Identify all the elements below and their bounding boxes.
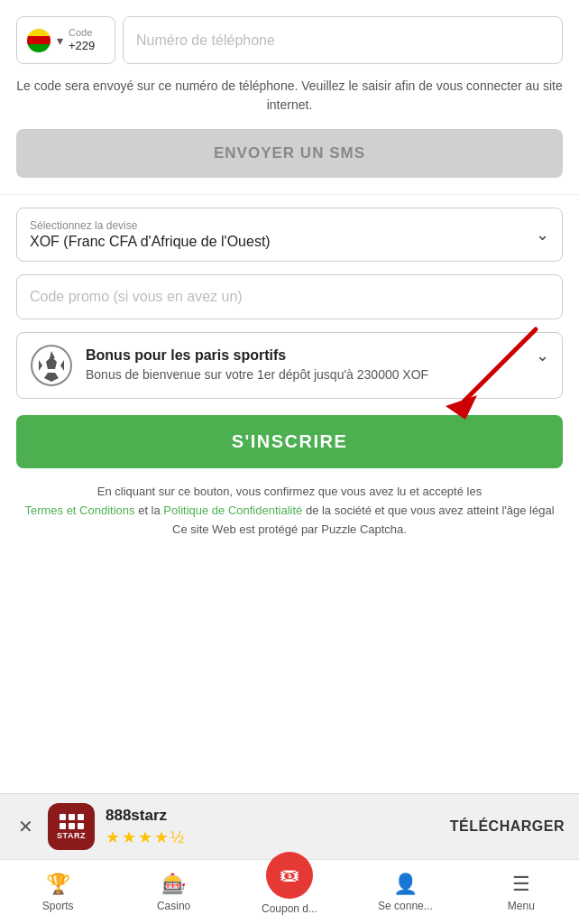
legal-middle: et la	[138, 504, 163, 517]
svg-marker-1	[50, 351, 55, 358]
person-icon: 👤	[393, 873, 418, 896]
promo-input[interactable]	[16, 274, 563, 319]
app-dot	[78, 823, 84, 829]
legal-line3: Ce site Web est protégé par Puzzle Captc…	[172, 522, 407, 536]
app-icon: STARZ	[48, 803, 95, 850]
nav-label-login: Se conne...	[378, 900, 433, 912]
app-dot	[69, 823, 75, 829]
svg-marker-5	[46, 356, 57, 369]
app-stars: ★★★★½	[106, 827, 439, 847]
close-button[interactable]: ✕	[14, 812, 37, 841]
bonus-chevron-icon: ⌄	[536, 346, 549, 365]
app-info: 888starz ★★★★½	[106, 807, 439, 847]
country-code-value: +229	[69, 39, 95, 54]
app-dot	[78, 814, 84, 820]
currency-label-group: Sélectionnez la devise XOF (Franc CFA d'…	[30, 219, 271, 250]
privacy-link[interactable]: Politique de Confidentialité	[163, 504, 302, 517]
bonus-box[interactable]: Bonus pour les paris sportifs Bonus de b…	[16, 332, 563, 399]
nav-item-login[interactable]: 👤 Se conne...	[347, 860, 463, 924]
legal-line2: de la société et que vous avez atteint l…	[306, 504, 555, 517]
sms-info-text: Le code sera envoyé sur ce numéro de tél…	[16, 77, 563, 115]
nav-item-menu[interactable]: ☰ Menu	[464, 860, 579, 924]
currency-chevron-icon: ⌄	[536, 225, 549, 245]
ticket-icon: 🎟	[280, 864, 299, 887]
nav-item-sports[interactable]: 🏆 Sports	[0, 860, 115, 924]
nav-label-coupon: Coupon d...	[262, 902, 317, 915]
country-chevron-icon: ▾	[57, 33, 63, 48]
app-dot	[60, 823, 66, 829]
flag-top	[27, 29, 51, 37]
nav-item-coupon[interactable]: 🎟 Coupon d...	[232, 860, 347, 924]
coupon-button[interactable]: 🎟	[266, 852, 313, 899]
app-banner: ✕ STARZ 888starz ★★★★½ TÉLÉCHARGER	[0, 793, 579, 859]
soccer-icon	[30, 344, 73, 387]
bonus-title: Bonus pour les paris sportifs	[86, 347, 428, 364]
divider	[0, 194, 579, 195]
app-dot	[69, 814, 75, 820]
svg-marker-2	[60, 360, 64, 371]
app-icon-label: STARZ	[57, 831, 86, 840]
phone-input[interactable]	[123, 16, 563, 64]
nav-label-sports: Sports	[42, 900, 74, 912]
register-button[interactable]: S'INSCRIRE	[16, 415, 563, 468]
bottom-nav: 🏆 Sports 🎰 Casino 🎟 Coupon d... 👤 Se con…	[0, 859, 579, 924]
trophy-icon: 🏆	[46, 873, 70, 896]
currency-selector[interactable]: Sélectionnez la devise XOF (Franc CFA d'…	[16, 208, 563, 262]
country-code-group: Code +229	[69, 26, 95, 54]
nav-label-casino: Casino	[157, 900, 190, 912]
svg-marker-4	[44, 373, 59, 382]
currency-small-label: Sélectionnez la devise	[30, 219, 271, 232]
nav-label-menu: Menu	[508, 900, 535, 912]
nav-item-casino[interactable]: 🎰 Casino	[115, 860, 231, 924]
svg-marker-3	[39, 360, 42, 371]
menu-icon: ☰	[512, 873, 530, 896]
phone-row: ▾ Code +229	[16, 16, 563, 64]
bonus-desc: Bonus de bienvenue sur votre 1er dépôt j…	[86, 366, 428, 384]
casino-icon: 🎰	[161, 873, 186, 896]
flag-bot	[27, 44, 51, 52]
app-name: 888starz	[106, 807, 439, 825]
sms-button[interactable]: ENVOYER UN SMS	[16, 129, 563, 178]
code-label: Code	[69, 26, 95, 39]
download-button[interactable]: TÉLÉCHARGER	[450, 818, 565, 835]
terms-link[interactable]: Termes et Conditions	[24, 504, 134, 517]
benin-flag	[26, 28, 51, 53]
bonus-text: Bonus pour les paris sportifs Bonus de b…	[86, 347, 428, 384]
flag-mid	[27, 36, 51, 44]
country-selector[interactable]: ▾ Code +229	[16, 16, 115, 64]
app-icon-dots	[60, 814, 84, 829]
main-content: ▾ Code +229 Le code sera envoyé sur ce n…	[0, 0, 579, 793]
legal-line1: En cliquant sur ce bouton, vous confirme…	[97, 485, 482, 498]
legal-text: En cliquant sur ce bouton, vous confirme…	[16, 483, 563, 539]
app-dot	[60, 814, 66, 820]
currency-value: XOF (Franc CFA d'Afrique de l'Ouest)	[30, 234, 271, 250]
